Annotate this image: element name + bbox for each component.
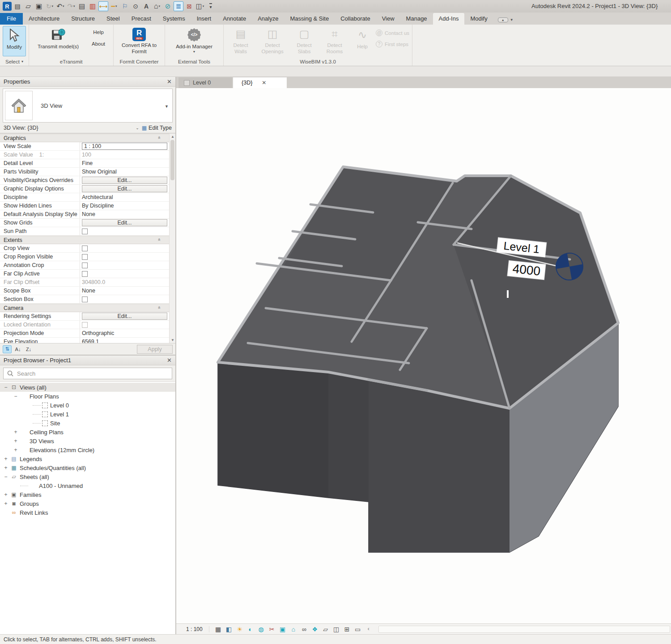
render-icon[interactable]: ◍ [256, 626, 267, 633]
tree-expander[interactable]: − [13, 393, 18, 399]
detect-openings-button[interactable]: ◫ Detect Openings [257, 26, 288, 56]
tree-sheets[interactable]: − Sheets (all) [0, 472, 175, 481]
tree-expander[interactable]: + [4, 500, 8, 507]
tree-level-0[interactable]: Level 0 [0, 401, 175, 410]
sync-icon[interactable] [45, 1, 55, 11]
tree-elevations[interactable]: + Elevations (12mm Circle) [0, 445, 175, 454]
tree-expander[interactable]: + [13, 429, 18, 435]
tree-floor-plans[interactable]: − Floor Plans [0, 392, 175, 401]
tree-expander[interactable]: − [4, 474, 8, 480]
temporary-hide-isolate-icon[interactable]: ⌂ [288, 626, 299, 633]
3d-viewport[interactable]: Level 1 4000 [176, 88, 671, 623]
convert-rfa-button[interactable]: RRFA Convert RFA to FormIt [116, 26, 162, 56]
tab-insert[interactable]: Insert [191, 13, 217, 25]
thin-lines-icon[interactable] [174, 1, 183, 11]
tree-views-all[interactable]: − Views (all) [0, 383, 175, 392]
tree-expander[interactable]: + [4, 491, 8, 498]
collapse-viewbar-icon[interactable]: ‹ [363, 626, 374, 633]
sort-az-icon[interactable]: A↓ [13, 345, 22, 353]
crop-view-icon[interactable]: ✂ [267, 626, 277, 633]
section-icon[interactable] [163, 1, 173, 11]
sun-path-icon[interactable]: ☀ [234, 626, 245, 633]
tree-expander[interactable]: − [4, 384, 8, 390]
first-steps-button[interactable]: ? First steps [376, 41, 409, 47]
dimension-icon[interactable] [109, 1, 119, 11]
spot-elevation-icon[interactable] [131, 1, 140, 11]
tree-level-1[interactable]: Level 1 [0, 410, 175, 419]
tag-icon[interactable] [120, 1, 130, 11]
3d-model[interactable] [176, 88, 671, 623]
tab-architecture[interactable]: Architecture [23, 13, 65, 25]
default-3d-view-icon[interactable] [152, 1, 162, 11]
tree-legends[interactable]: + Legends [0, 454, 175, 463]
undo-icon[interactable] [55, 1, 65, 11]
detect-walls-button[interactable]: ▤ Detect Walls [226, 26, 255, 56]
sort-default-icon[interactable]: ⇅ [3, 345, 12, 353]
transmit-models-button[interactable]: Transmit model(s) [32, 26, 85, 56]
tree-site[interactable]: Site [0, 419, 175, 428]
hide-analytical-icon[interactable]: ▱ [320, 626, 331, 633]
tab-manage[interactable]: Manage [400, 13, 433, 25]
tab-massing-site[interactable]: Massing & Site [284, 13, 335, 25]
modify-button[interactable]: Modify [3, 26, 26, 56]
customize-qat-icon[interactable] [206, 1, 216, 11]
tab-structure[interactable]: Structure [65, 13, 101, 25]
tab-precast[interactable]: Precast [126, 13, 157, 25]
visual-style-icon[interactable]: ◧ [224, 626, 234, 633]
browser-search-input[interactable]: Search [3, 368, 172, 379]
tree-3d-views[interactable]: + 3D Views [0, 436, 175, 445]
reveal-hidden-icon[interactable]: ∞ [299, 626, 310, 633]
ribbon-minimize-dropdown-icon[interactable]: ▼ [510, 18, 514, 22]
wisebim-help-button[interactable]: ∿ Help [351, 26, 374, 56]
switch-windows-icon[interactable] [195, 1, 205, 11]
close-inactive-icon[interactable] [184, 1, 194, 11]
tab-systems[interactable]: Systems [157, 13, 191, 25]
tab-file[interactable]: File [0, 13, 23, 25]
addin-manager-button[interactable]: </> Add-in Manager ▼ [168, 26, 221, 56]
viewtab-level-0[interactable]: Level 0 ✕ [178, 77, 232, 88]
tab-add-ins[interactable]: Add-Ins [433, 13, 465, 25]
revit-logo[interactable]: R [3, 2, 12, 11]
horizontal-scrollbar[interactable] [378, 626, 670, 633]
detect-rooms-button[interactable]: ⌗ Detect Rooms [320, 26, 349, 56]
temporary-view-properties-icon[interactable]: ❖ [310, 626, 320, 633]
highlight-displacement-icon[interactable]: ◫ [331, 626, 342, 633]
tree-revit-links[interactable]: Revit Links [0, 508, 175, 517]
tree-a100-unnamed[interactable]: A100 - Unnamed [0, 481, 175, 490]
tab-view[interactable]: View [376, 13, 400, 25]
crop-region-icon[interactable]: ▣ [277, 626, 288, 633]
type-selector[interactable]: 3D View ▼ [3, 89, 173, 123]
worksharing-icon[interactable]: ▭ [352, 626, 363, 633]
file-menu-icon[interactable] [13, 1, 22, 11]
apply-button[interactable]: Apply [137, 345, 173, 354]
tree-expander[interactable]: + [4, 456, 8, 462]
tree-families[interactable]: + Families [0, 490, 175, 499]
open-icon[interactable] [23, 1, 33, 11]
tree-ceiling-plans[interactable]: + Ceiling Plans [0, 428, 175, 436]
print-icon[interactable] [77, 1, 87, 11]
tab-modify[interactable]: Modify [464, 13, 493, 25]
etransmit-about-button[interactable]: About [89, 40, 108, 48]
detect-slabs-button[interactable]: ▢ Detect Slabs [290, 26, 319, 56]
viewtab-3d[interactable]: {3D} ✕ [233, 77, 287, 88]
view-scale-control[interactable]: 1 : 100 [184, 626, 209, 632]
etransmit-help-button[interactable]: Help [89, 29, 108, 37]
transfer-doc-icon[interactable] [88, 1, 98, 11]
shadows-icon[interactable]: ◐ [245, 626, 256, 633]
tab-analyze[interactable]: Analyze [252, 13, 284, 25]
ribbon-minimize-control[interactable]: ▲ ▼ [498, 17, 514, 25]
view-tab-close-icon[interactable]: ✕ [262, 80, 266, 86]
tab-annotate[interactable]: Annotate [217, 13, 252, 25]
tree-expander[interactable]: + [13, 438, 18, 444]
save-icon[interactable] [34, 1, 44, 11]
redo-icon[interactable] [66, 1, 76, 11]
tree-groups[interactable]: + Groups [0, 499, 175, 508]
tab-steel[interactable]: Steel [101, 13, 126, 25]
tree-schedules[interactable]: + Schedules/Quantities (all) [0, 463, 175, 472]
tree-expander[interactable]: + [4, 465, 8, 471]
reveal-constraints-icon[interactable]: ⊞ [342, 626, 352, 633]
ribbon-minimize-icon[interactable]: ▲ [498, 17, 508, 22]
tab-collaborate[interactable]: Collaborate [335, 13, 376, 25]
sort-za-icon[interactable]: Z↓ [24, 345, 33, 353]
properties-close-icon[interactable]: ✕ [167, 78, 172, 85]
